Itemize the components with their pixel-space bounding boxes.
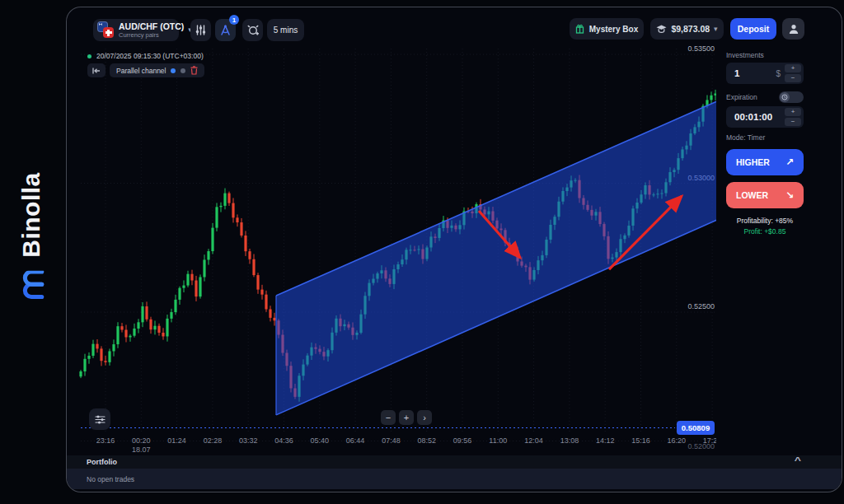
indicators-button[interactable] (190, 19, 211, 41)
tool-settings-dot[interactable] (181, 68, 185, 73)
mode-label: Mode: Timer (726, 133, 804, 142)
expiration-mode-toggle[interactable] (779, 91, 804, 103)
extend-left-icon (92, 68, 101, 74)
gift-icon (575, 24, 584, 34)
portfolio-empty-message: No open trades (87, 475, 134, 483)
pair-selector[interactable]: AUD/CHF (OTC) Currency pairs ▾ (93, 19, 179, 41)
svg-text:12:04: 12:04 (524, 436, 543, 445)
balance-amount: $9,873.08 (671, 24, 710, 34)
arrow-up-right-icon: ↗ (785, 156, 794, 168)
compass-icon (220, 25, 231, 35)
svg-text:09:56: 09:56 (453, 436, 472, 445)
currency-symbol: $ (776, 69, 781, 78)
pair-texts: AUD/CHF (OTC) Currency pairs (119, 22, 184, 39)
portfolio-header[interactable]: Portfolio ^ (67, 455, 842, 469)
profit-text: Profit: +$0.85 (726, 227, 804, 236)
chart-zoom-controls: − + › (381, 410, 432, 425)
expiration-value[interactable]: 00:01:00 (734, 112, 785, 122)
profitability-text: Profitability: +85% (726, 217, 804, 225)
svg-text:00:20: 00:20 (132, 436, 151, 445)
expiration-increase-button[interactable]: + (785, 108, 801, 116)
svg-text:08:52: 08:52 (417, 436, 436, 445)
chart-timestamp-row: 20/07/2025 09:15:30 (UTC+03:00) (87, 52, 204, 60)
svg-text:05:40: 05:40 (311, 436, 330, 445)
brand-strip: Binolla (0, 0, 66, 504)
chart-timestamp: 20/07/2025 09:15:30 (UTC+03:00) (96, 52, 204, 60)
pair-flags-icon (97, 21, 115, 39)
chevron-down-icon: ▾ (714, 26, 718, 33)
status-dot-icon (87, 54, 91, 58)
zoom-out-button[interactable]: − (381, 410, 396, 425)
app-window: AUD/CHF (OTC) Currency pairs ▾ 1 (66, 7, 842, 492)
svg-text:18.07: 18.07 (132, 446, 151, 454)
trash-icon[interactable] (190, 66, 198, 75)
mystery-box-button[interactable]: Mystery Box (570, 18, 644, 40)
drawing-tools-button[interactable]: 1 (215, 19, 236, 41)
svg-text:11:00: 11:00 (489, 436, 507, 445)
portfolio-body: No open trades (67, 469, 842, 489)
expiration-field[interactable]: 00:01:00 + − (726, 106, 804, 128)
svg-text:03:32: 03:32 (239, 436, 258, 445)
deposit-label: Deposit (738, 24, 770, 34)
balance-button[interactable]: $9,873.08 ▾ (650, 18, 724, 40)
drawing-tool-row: Parallel channel (87, 63, 204, 77)
investment-decrease-button[interactable]: − (785, 74, 801, 82)
svg-text:15:16: 15:16 (631, 436, 650, 445)
svg-text:23:16: 23:16 (96, 436, 115, 445)
svg-text:0.50809: 0.50809 (682, 423, 710, 432)
arrow-down-right-icon: ↘ (785, 189, 794, 201)
higher-button[interactable]: HIGHER ↗ (726, 149, 804, 175)
lower-label: LOWER (736, 190, 768, 200)
chart-settings-button[interactable] (89, 408, 110, 430)
higher-label: HIGHER (736, 157, 770, 167)
svg-text:0.52000: 0.52000 (687, 442, 715, 450)
investments-label: Investments (726, 51, 804, 59)
svg-text:16:20: 16:20 (668, 436, 687, 445)
sliders-icon (95, 415, 106, 424)
lower-button[interactable]: LOWER ↘ (726, 182, 804, 208)
tool-label: Parallel channel (116, 67, 166, 75)
timer-knob (780, 92, 790, 102)
demo-account-icon (656, 25, 667, 34)
scroll-right-button[interactable]: › (417, 410, 432, 425)
svg-text:0.53500: 0.53500 (687, 46, 715, 53)
expiration-stepper: + − (785, 108, 801, 126)
investment-field[interactable]: 1 $ + − (726, 63, 804, 84)
drawing-count-badge: 1 (229, 15, 239, 25)
mystery-box-label: Mystery Box (589, 25, 638, 34)
svg-text:0.52500: 0.52500 (687, 302, 715, 310)
expiration-decrease-button[interactable]: − (785, 118, 801, 126)
parallel-channel-chip[interactable]: Parallel channel (110, 63, 204, 77)
pair-name: AUD/CHF (OTC) (119, 22, 184, 31)
timeframe-label: 5 mins (274, 26, 298, 35)
pair-category: Currency pairs (119, 31, 184, 39)
expiration-row: Expiration (726, 91, 804, 103)
price-chart[interactable]: 23:1600:2001:2402:2803:3204:3605:4006:44… (79, 46, 716, 455)
deposit-button[interactable]: Deposit (730, 18, 776, 40)
alerts-button[interactable] (242, 19, 263, 41)
binolla-logo: Binolla (17, 172, 45, 302)
timeframe-button[interactable]: 5 mins (267, 19, 304, 41)
investment-value[interactable]: 1 (734, 68, 776, 78)
chf-flag-icon (103, 27, 114, 38)
indicators-icon (195, 25, 206, 35)
clock-icon (781, 94, 788, 100)
binolla-logo-text: Binolla (17, 172, 45, 258)
binolla-logo-mark (17, 271, 45, 302)
collapse-chevron-icon[interactable]: ^ (795, 456, 801, 465)
investment-increase-button[interactable]: + (785, 64, 801, 72)
zoom-in-button[interactable]: + (399, 410, 414, 425)
extend-left-button[interactable] (87, 63, 106, 77)
portfolio-title: Portfolio (87, 458, 117, 466)
tool-color-dot[interactable] (171, 68, 176, 73)
alarm-plus-icon (247, 25, 259, 35)
expiration-label: Expiration (726, 93, 757, 101)
investment-stepper: + − (785, 64, 801, 82)
avatar-button[interactable] (782, 18, 804, 40)
trade-panel: Investments 1 $ + − Expiration 00:01:00 (726, 49, 804, 236)
svg-text:04:36: 04:36 (274, 436, 293, 445)
avatar-icon (788, 23, 799, 35)
